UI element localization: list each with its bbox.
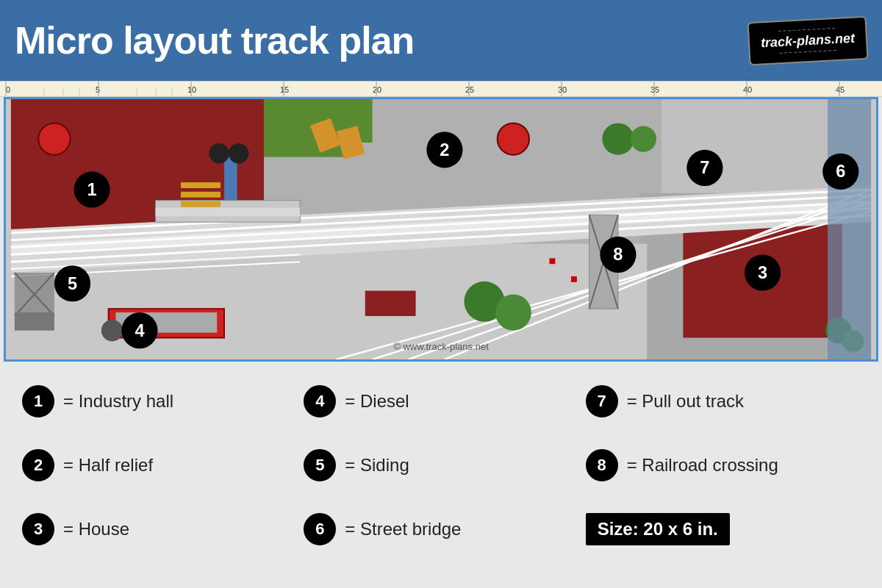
size-info: Size: 20 x 6 in.: [586, 503, 860, 554]
legend-circle-1: 1: [22, 385, 54, 417]
legend-item-7: 7 = Pull out track: [586, 376, 860, 427]
track-map: 1 2 3 4 5 6 7 8 © www.track-plans.net: [4, 97, 878, 362]
legend-item-2: 2 = Half relief: [22, 440, 296, 491]
svg-point-59: [631, 126, 656, 151]
svg-rect-77: [828, 99, 871, 359]
legend-label-4: = Diesel: [345, 391, 409, 412]
legend-circle-2: 2: [22, 449, 54, 481]
svg-point-58: [602, 123, 634, 154]
legend-item-6: 6 = Street bridge: [304, 503, 578, 554]
svg-point-65: [498, 123, 529, 154]
svg-text:1: 1: [87, 180, 96, 199]
svg-text:15: 15: [280, 85, 289, 94]
svg-text:7: 7: [700, 158, 709, 177]
svg-text:10: 10: [187, 85, 196, 94]
svg-text:2: 2: [440, 140, 449, 159]
svg-rect-73: [15, 312, 54, 331]
svg-text:0: 0: [6, 85, 10, 94]
svg-text:40: 40: [743, 85, 752, 94]
svg-text:35: 35: [650, 85, 659, 94]
copyright-text: © www.track-plans.net: [393, 341, 489, 352]
svg-point-66: [209, 143, 229, 164]
svg-text:5: 5: [96, 85, 100, 94]
svg-point-64: [38, 123, 70, 154]
svg-rect-69: [571, 276, 577, 282]
legend-circle-7: 7: [586, 385, 618, 417]
legend-label-6: = Street bridge: [345, 519, 461, 539]
svg-text:20: 20: [373, 85, 381, 94]
legend-label-1: = Industry hall: [63, 391, 173, 412]
size-label: Size: 20 x 6 in.: [586, 513, 730, 545]
legend-circle-4: 4: [304, 385, 336, 417]
legend-label-3: = House: [63, 519, 129, 539]
legend-item-8: 8 = Railroad crossing: [586, 440, 860, 491]
page-header: Micro layout track plan track-plans.net: [0, 0, 882, 81]
legend-label-2: = Half relief: [63, 455, 153, 476]
svg-text:45: 45: [836, 85, 845, 94]
svg-rect-54: [181, 182, 220, 188]
svg-rect-68: [550, 258, 556, 264]
legend-circle-6: 6: [304, 513, 336, 545]
ruler: // Can't run script inside SVG in HTML5 …: [0, 81, 882, 97]
svg-text:5: 5: [68, 274, 77, 293]
svg-rect-56: [181, 201, 220, 207]
svg-rect-57: [365, 291, 416, 316]
svg-text:6: 6: [836, 162, 845, 181]
page-title: Micro layout track plan: [15, 18, 414, 62]
svg-text:3: 3: [758, 263, 767, 282]
svg-point-76: [101, 320, 123, 342]
svg-rect-51: [156, 208, 301, 217]
svg-text:25: 25: [465, 85, 474, 94]
legend-label-7: = Pull out track: [627, 391, 744, 412]
svg-rect-29: [264, 99, 351, 157]
legend-circle-8: 8: [586, 449, 618, 481]
legend-circle-3: 3: [22, 513, 54, 545]
svg-text:30: 30: [558, 85, 567, 94]
legend-item-4: 4 = Diesel: [304, 376, 578, 427]
legend-item-1: 1 = Industry hall: [22, 376, 296, 427]
logo: track-plans.net: [747, 15, 869, 65]
legend-circle-5: 5: [304, 449, 336, 481]
svg-text:8: 8: [613, 245, 623, 264]
svg-point-61: [495, 295, 531, 331]
legend-area: 1 = Industry hall 4 = Diesel 7 = Pull ou…: [0, 362, 882, 569]
legend-label-8: = Railroad crossing: [627, 455, 778, 476]
legend-item-3: 3 = House: [22, 503, 296, 554]
legend-label-5: = Siding: [345, 455, 409, 476]
svg-rect-55: [181, 192, 220, 198]
legend-item-5: 5 = Siding: [304, 440, 578, 491]
svg-text:4: 4: [135, 321, 144, 340]
svg-point-67: [229, 143, 249, 164]
